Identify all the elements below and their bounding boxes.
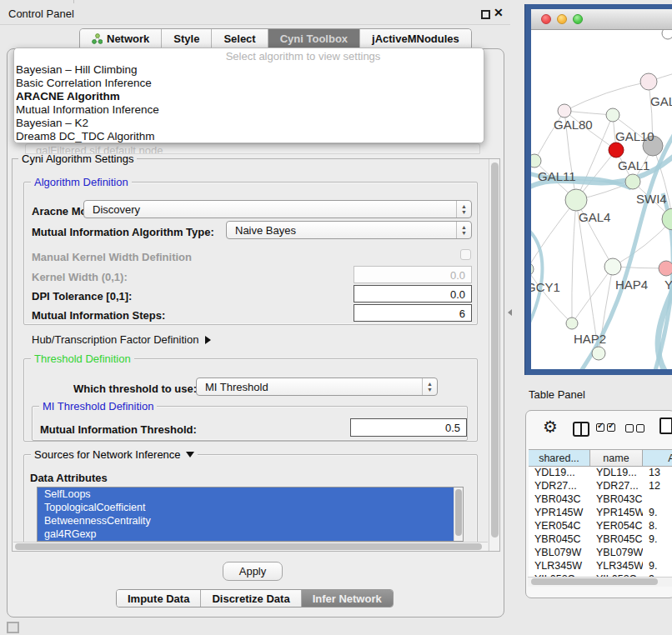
attribute-item-topologicalcoefficient[interactable]: TopologicalCoefficient (38, 501, 454, 514)
table-rows: YDL19...YDL19...13YDR27...YDR27...12YBR0… (529, 467, 672, 582)
network-node[interactable] (625, 174, 640, 189)
mi-steps-field[interactable]: 6 (354, 304, 472, 322)
close-icon[interactable]: ✕ (494, 6, 504, 19)
settings-gear-icon[interactable]: ⚙ (543, 417, 558, 437)
algorithm-option-mutual-information-inference[interactable]: Mutual Information Inference (14, 103, 484, 117)
network-canvas[interactable]: GAL7GAL80GAL10GAL1GAL11SWI4GAL4HAP4YGCY1… (531, 30, 672, 369)
splitter-collapse-icon[interactable] (508, 309, 512, 316)
network-node[interactable] (662, 30, 672, 39)
table-row[interactable]: YER054CYER054C8. (529, 520, 672, 533)
manual-kernel-checkbox[interactable] (460, 249, 471, 260)
network-edge[interactable] (613, 219, 672, 267)
table-horizontal-scrollbar[interactable] (528, 577, 672, 587)
algorithm-option-dream8-dc-tdc-algorithm[interactable]: Dream8 DC_TDC Algorithm (14, 130, 484, 143)
network-node[interactable] (609, 142, 624, 158)
network-node[interactable] (640, 73, 657, 90)
which-threshold-select[interactable]: MI Threshold ▲▼ (196, 378, 438, 396)
column-header-shared[interactable]: shared... (529, 450, 590, 467)
select-all-icon[interactable] (596, 423, 615, 432)
tab-discretize-data[interactable]: Discretize Data (201, 590, 301, 607)
network-node[interactable] (558, 104, 571, 118)
table-cell: YER054C (590, 520, 643, 533)
table-header-row: shared...nameA (529, 449, 672, 467)
attribute-item-selfloops[interactable]: SelfLoops (38, 488, 454, 501)
network-node[interactable] (606, 108, 619, 122)
column-header-a[interactable]: A (643, 450, 672, 467)
export-table-icon[interactable] (659, 418, 672, 434)
network-edge[interactable] (531, 200, 576, 269)
attributes-scrollbar[interactable] (454, 488, 463, 541)
network-edge[interactable] (564, 111, 613, 115)
window-zoom-icon[interactable] (573, 14, 583, 24)
table-row[interactable]: YLR345WYLR345W9. (529, 560, 672, 573)
control-panel-titlebar (0, 0, 510, 25)
settings-horizontal-scrollbar[interactable] (13, 542, 488, 551)
network-node[interactable] (592, 347, 605, 360)
tab-impute-data[interactable]: Impute Data (117, 590, 201, 607)
algorithm-option-bayesian-k2[interactable]: Bayesian – K2 (14, 117, 484, 130)
expander-arrow-icon (205, 336, 211, 344)
network-node[interactable] (659, 261, 672, 276)
dpi-tolerance-field[interactable]: 0.0 (354, 285, 472, 302)
column-header-name[interactable]: name (590, 450, 643, 467)
network-node-label-gal10: GAL10 (615, 129, 654, 143)
algorithm-option-basic-correlation-inference[interactable]: Basic Correlation Inference (14, 77, 484, 90)
hub-definition-expander[interactable]: Hub/Transcription Factor Definition (32, 333, 211, 346)
float-panel-icon[interactable] (481, 10, 490, 19)
table-row[interactable]: YPR145WYPR145W9. (529, 507, 672, 520)
network-edge[interactable] (572, 267, 613, 323)
tab-jactivemnodules[interactable]: jActiveMNodules (360, 29, 471, 48)
tab-network[interactable]: Network (80, 29, 162, 48)
table-cell: YER054C (529, 520, 590, 533)
tab-infer-network[interactable]: Infer Network (302, 590, 393, 607)
table-row[interactable]: YBR043CYBR043C (529, 493, 672, 507)
mi-threshold-field[interactable]: 0.5 (350, 418, 467, 437)
network-edge-highlighted[interactable] (531, 227, 542, 332)
table-cell: YBL079W (590, 547, 643, 560)
data-attributes-list[interactable]: SelfLoopsTopologicalCoefficientBetweenne… (37, 487, 464, 542)
network-node[interactable] (531, 262, 534, 276)
column-selector-icon[interactable] (573, 422, 589, 437)
network-node[interactable] (531, 154, 541, 168)
table-row[interactable]: YBL079WYBL079W (529, 547, 672, 560)
network-node[interactable] (565, 189, 587, 211)
table-cell: 12 (643, 480, 672, 493)
table-cell: 13 (643, 467, 672, 480)
window-close-icon[interactable] (541, 14, 551, 24)
tab-select[interactable]: Select (212, 29, 268, 48)
table-row[interactable]: YDL19...YDL19...13 (529, 467, 672, 480)
table-cell: YDL19... (529, 467, 590, 480)
table-row[interactable]: YDR27...YDR27...12 (529, 480, 672, 493)
network-node[interactable] (662, 208, 672, 230)
tab-style[interactable]: Style (162, 29, 212, 48)
algorithm-option-bayesian-hill-climbing[interactable]: Bayesian – Hill Climbing (14, 63, 484, 77)
aracne-mode-select[interactable]: Discovery ▲▼ (83, 200, 472, 218)
table-cell (643, 493, 672, 507)
deselect-all-icon[interactable] (625, 424, 644, 432)
network-edge[interactable] (572, 200, 576, 323)
top-divider (73, 0, 74, 3)
stepper-arrows-icon: ▲▼ (456, 201, 471, 218)
network-window-titlebar[interactable] (531, 9, 672, 30)
table-row[interactable]: YBR045CYBR045C9. (529, 533, 672, 547)
settings-vertical-scrollbar[interactable] (489, 159, 499, 551)
network-edge[interactable] (564, 82, 649, 111)
network-node-label-swi4: SWI4 (636, 192, 667, 206)
algorithm-dropdown-placeholder: Select algorithm to view settings (14, 50, 484, 63)
table-cell: YBR045C (590, 533, 643, 547)
network-node[interactable] (566, 318, 578, 329)
network-node[interactable] (604, 258, 621, 275)
sources-group-label[interactable]: Sources for Network Inference (31, 448, 198, 461)
network-node-label-y: Y (664, 278, 672, 292)
control-panel-tabbar: NetworkStyleSelectCyni ToolboxjActiveMNo… (79, 28, 472, 48)
panel-grip-icon[interactable] (7, 622, 19, 633)
window-minimize-icon[interactable] (557, 14, 567, 24)
apply-button[interactable]: Apply (223, 562, 283, 581)
mi-type-select[interactable]: Naive Bayes ▲▼ (226, 221, 472, 239)
attribute-item-gal4rgexp[interactable]: gal4RGexp (38, 528, 454, 541)
tab-cyni-toolbox[interactable]: Cyni Toolbox (268, 29, 360, 48)
attribute-item-betweennesscentrality[interactable]: BetweennessCentrality (38, 514, 454, 528)
network-view-window[interactable]: GAL7GAL80GAL10GAL1GAL11SWI4GAL4HAP4YGCY1… (525, 4, 672, 375)
network-node-label-gal80: GAL80 (554, 118, 593, 132)
algorithm-option-aracne-algorithm[interactable]: ARACNE Algorithm (14, 90, 484, 103)
